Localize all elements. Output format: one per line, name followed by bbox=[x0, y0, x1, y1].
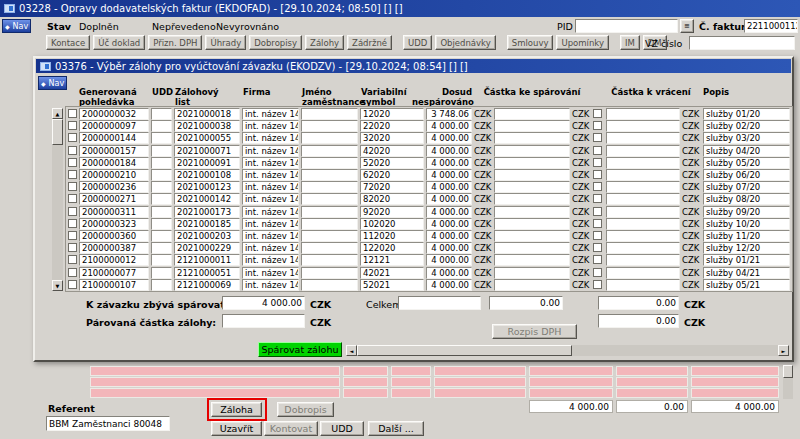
cell-jmeno-zamestnance[interactable] bbox=[301, 145, 358, 157]
vratit-checkbox[interactable] bbox=[593, 231, 602, 240]
main-nav-button[interactable]: ◆ Nav bbox=[2, 19, 31, 33]
cell-variabilni-symbol[interactable]: 62020 bbox=[360, 169, 424, 181]
cell-jmeno-zamestnance[interactable] bbox=[301, 206, 358, 218]
tab-uc-doklad[interactable]: Úč doklad bbox=[93, 35, 145, 50]
cell-popis[interactable]: služby 01/21 bbox=[703, 254, 790, 266]
cell-popis[interactable]: služby 09/20 bbox=[703, 206, 790, 218]
cell-dosud-nesparovano[interactable]: 4 000.00 bbox=[426, 132, 472, 144]
cell-generovana-pohledavka[interactable]: 2000000032 bbox=[79, 108, 149, 120]
cell-dosud-nesparovano[interactable]: 4 000.00 bbox=[426, 145, 472, 157]
rozpis-dph-button[interactable]: Rozpis DPH bbox=[492, 324, 577, 339]
vratit-checkbox[interactable] bbox=[593, 109, 602, 118]
cell-generovana-pohledavka[interactable]: 2100000107 bbox=[79, 279, 149, 291]
vratit-checkbox[interactable] bbox=[593, 121, 602, 130]
vratit-checkbox[interactable] bbox=[593, 146, 602, 155]
row-select-checkbox[interactable] bbox=[68, 219, 77, 228]
cell-dosud-nesparovano[interactable]: 4 000.00 bbox=[426, 206, 472, 218]
cell-castka-ke-sparovani[interactable] bbox=[494, 145, 570, 157]
grid-vertical-scrollbar[interactable]: ▲ ▼ bbox=[52, 108, 63, 291]
cell-udd[interactable] bbox=[151, 242, 172, 254]
cell-dosud-nesparovano[interactable]: 3 748.06 bbox=[426, 108, 472, 120]
cell-dosud-nesparovano[interactable]: 4 000.00 bbox=[426, 279, 472, 291]
scroll-left-button[interactable]: ◄ bbox=[346, 345, 357, 356]
cell-generovana-pohledavka[interactable]: 2000000387 bbox=[79, 242, 149, 254]
row-select-checkbox[interactable] bbox=[68, 133, 77, 142]
cell-popis[interactable]: služby 05/21 bbox=[703, 279, 790, 291]
cell-udd[interactable] bbox=[151, 181, 172, 193]
modal-nav-button[interactable]: ◆ Nav bbox=[38, 76, 67, 90]
cell-popis[interactable]: služby 11/20 bbox=[703, 230, 790, 242]
cell-udd[interactable] bbox=[151, 218, 172, 230]
cell-firma[interactable]: int. název 1482 bbox=[242, 242, 299, 254]
cell-dosud-nesparovano[interactable]: 4 000.00 bbox=[426, 169, 472, 181]
cell-udd[interactable] bbox=[151, 254, 172, 266]
cell-popis[interactable]: služby 06/20 bbox=[703, 169, 790, 181]
cell-castka-ke-sparovani[interactable] bbox=[494, 279, 570, 291]
modal-titlebar[interactable]: 03376 - Výběr zálohy pro vyúčtování záva… bbox=[36, 59, 791, 73]
cell-generovana-pohledavka[interactable]: 2000000144 bbox=[79, 132, 149, 144]
main-window-titlebar[interactable]: 03228 - Opravy dodavatelských faktur (EK… bbox=[0, 0, 800, 17]
cell-firma[interactable]: int. název 1482 bbox=[242, 157, 299, 169]
grid-row-2[interactable]: 20000001442021000055int. název 148232020… bbox=[66, 132, 792, 145]
cell-dosud-nesparovano[interactable]: 4 000.00 bbox=[426, 181, 472, 193]
row-select-checkbox[interactable] bbox=[68, 255, 77, 264]
bottom-scroll-thumb[interactable] bbox=[783, 365, 793, 378]
scroll-down-button[interactable]: ▼ bbox=[52, 280, 63, 291]
cell-variabilni-symbol[interactable]: 122020 bbox=[360, 242, 424, 254]
cell-firma[interactable]: int. název 1482 bbox=[242, 145, 299, 157]
cell-popis[interactable]: služby 04/21 bbox=[703, 267, 790, 279]
vratit-checkbox[interactable] bbox=[593, 268, 602, 277]
cell-variabilni-symbol[interactable]: 42020 bbox=[360, 145, 424, 157]
cell-dosud-nesparovano[interactable]: 4 000.00 bbox=[426, 230, 472, 242]
cell-castka-k-vraceni[interactable] bbox=[606, 145, 680, 157]
row-select-checkbox[interactable] bbox=[68, 109, 77, 118]
cell-variabilni-symbol[interactable]: 72020 bbox=[360, 181, 424, 193]
tab-smlouvy[interactable]: Smlouvy bbox=[507, 35, 554, 50]
cell-jmeno-zamestnance[interactable] bbox=[301, 132, 358, 144]
cell-udd[interactable] bbox=[151, 279, 172, 291]
cell-udd[interactable] bbox=[151, 145, 172, 157]
cell-castka-ke-sparovani[interactable] bbox=[494, 242, 570, 254]
cell-variabilni-symbol[interactable]: 52021 bbox=[360, 279, 424, 291]
paired-amount-input[interactable] bbox=[222, 314, 305, 328]
vratit-checkbox[interactable] bbox=[593, 219, 602, 228]
cell-castka-ke-sparovani[interactable] bbox=[494, 181, 570, 193]
cell-castka-k-vraceni[interactable] bbox=[606, 120, 680, 132]
cell-udd[interactable] bbox=[151, 206, 172, 218]
scroll-up-button[interactable]: ▲ bbox=[52, 108, 63, 119]
cell-zalohovy-list[interactable]: 2021000055 bbox=[174, 132, 240, 144]
cell-variabilni-symbol[interactable]: 52020 bbox=[360, 157, 424, 169]
cell-firma[interactable]: int. název 1482 bbox=[242, 267, 299, 279]
kontovat-button[interactable]: Kontovat bbox=[264, 421, 318, 436]
cell-castka-ke-sparovani[interactable] bbox=[494, 108, 570, 120]
cell-firma[interactable]: int. název 1482 bbox=[242, 169, 299, 181]
cell-jmeno-zamestnance[interactable] bbox=[301, 193, 358, 205]
cell-castka-k-vraceni[interactable] bbox=[606, 218, 680, 230]
grid-row-12[interactable]: 21000000122121000011int. název 148212121… bbox=[66, 254, 792, 267]
scroll-right-button[interactable]: ► bbox=[778, 345, 789, 356]
vratit-checkbox[interactable] bbox=[593, 170, 602, 179]
cell-jmeno-zamestnance[interactable] bbox=[301, 120, 358, 132]
row-select-checkbox[interactable] bbox=[68, 170, 77, 179]
cell-firma[interactable]: int. název 1482 bbox=[242, 181, 299, 193]
cell-popis[interactable]: služby 03/20 bbox=[703, 132, 790, 144]
cell-firma[interactable]: int. název 1482 bbox=[242, 254, 299, 266]
tab-zadrzne[interactable]: Zádržné bbox=[347, 35, 392, 50]
row-select-checkbox[interactable] bbox=[68, 121, 77, 130]
cell-jmeno-zamestnance[interactable] bbox=[301, 218, 358, 230]
cell-castka-k-vraceni[interactable] bbox=[606, 206, 680, 218]
cell-firma[interactable]: int. název 1482 bbox=[242, 230, 299, 242]
vratit-checkbox[interactable] bbox=[593, 207, 602, 216]
cell-firma[interactable]: int. název 1482 bbox=[242, 206, 299, 218]
sparovat-zalohu-button[interactable]: Spárovat zálohu bbox=[258, 342, 342, 357]
vratit-checkbox[interactable] bbox=[593, 133, 602, 142]
cell-firma[interactable]: int. název 1482 bbox=[242, 218, 299, 230]
cell-popis[interactable]: služby 07/20 bbox=[703, 181, 790, 193]
cell-zalohovy-list[interactable]: 2021000038 bbox=[174, 120, 240, 132]
cell-variabilni-symbol[interactable]: 82020 bbox=[360, 193, 424, 205]
cell-zalohovy-list[interactable]: 2021000229 bbox=[174, 242, 240, 254]
dobropis-button[interactable]: Dobropis bbox=[277, 402, 334, 417]
cell-generovana-pohledavka[interactable]: 2000000323 bbox=[79, 218, 149, 230]
cell-jmeno-zamestnance[interactable] bbox=[301, 279, 358, 291]
row-select-checkbox[interactable] bbox=[68, 146, 77, 155]
